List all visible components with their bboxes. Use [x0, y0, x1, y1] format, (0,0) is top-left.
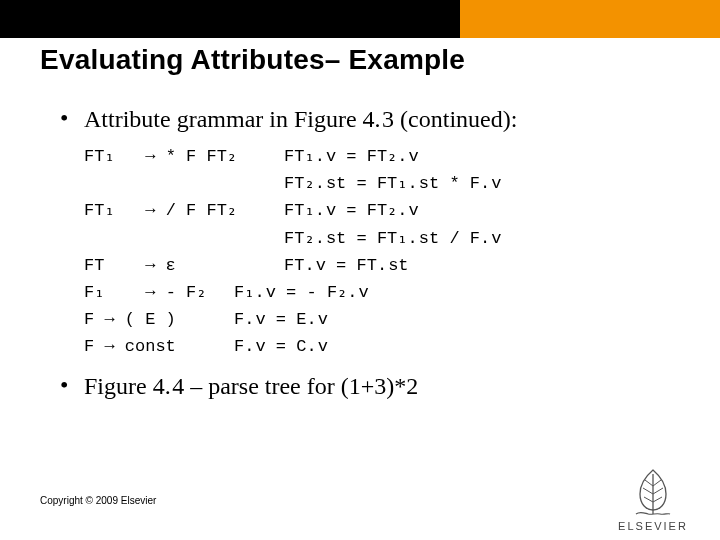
svg-line-2 — [645, 480, 653, 486]
grammar-block: FT₁ → * F FT₂ FT₁. v = FT₂. v FT₂. st = … — [84, 143, 680, 361]
header-orange-block — [460, 0, 720, 38]
grammar-lhs — [84, 225, 284, 252]
bullet-1-text: Attribute grammar in Figure 4. 3 (contin… — [84, 106, 680, 133]
grammar-row: FT → ε FT. v = FT. st — [84, 252, 680, 279]
grammar-lhs: F₁ → - F₂ — [84, 279, 234, 306]
grammar-rhs: FT₂. st = FT₁. st * F. v — [284, 170, 680, 197]
svg-line-6 — [644, 497, 653, 502]
grammar-lhs — [84, 170, 284, 197]
grammar-row: F → ( E ) F. v = E. v — [84, 306, 680, 333]
grammar-rhs: F. v = E. v — [234, 306, 680, 333]
grammar-rhs: FT₁. v = FT₂. v — [284, 197, 680, 224]
grammar-rhs: F₁. v = - F₂. v — [234, 279, 680, 306]
grammar-lhs: F → ( E ) — [84, 306, 234, 333]
grammar-lhs: FT → ε — [84, 252, 284, 279]
slide: Evaluating Attributes– Example • Attribu… — [0, 0, 720, 540]
grammar-row: FT₁ → / F FT₂ FT₁. v = FT₂. v — [84, 197, 680, 224]
bullet-1: • Attribute grammar in Figure 4. 3 (cont… — [60, 106, 680, 133]
elsevier-logo-text: ELSEVIER — [608, 520, 698, 532]
grammar-row: FT₁ → * F FT₂ FT₁. v = FT₂. v — [84, 143, 680, 170]
grammar-rhs: F. v = C. v — [234, 333, 680, 360]
grammar-lhs: FT₁ → * F FT₂ — [84, 143, 284, 170]
grammar-lhs: F → const — [84, 333, 234, 360]
copyright-text: Copyright © 2009 Elsevier — [40, 495, 156, 506]
svg-line-3 — [653, 480, 661, 486]
bullet-dot: • — [60, 106, 84, 130]
grammar-row: FT₂. st = FT₁. st * F. v — [84, 170, 680, 197]
bullet-2-text: Figure 4. 4 – parse tree for (1+3)*2 — [84, 373, 680, 400]
elsevier-logo: ELSEVIER — [608, 464, 698, 532]
page-title: Evaluating Attributes– Example — [40, 44, 465, 76]
grammar-row: FT₂. st = FT₁. st / F. v — [84, 225, 680, 252]
grammar-rhs: FT. v = FT. st — [284, 252, 680, 279]
content-area: • Attribute grammar in Figure 4. 3 (cont… — [60, 100, 680, 410]
bullet-dot: • — [60, 373, 84, 397]
grammar-row: F₁ → - F₂ F₁. v = - F₂. v — [84, 279, 680, 306]
grammar-lhs: FT₁ → / F FT₂ — [84, 197, 284, 224]
svg-line-4 — [643, 488, 653, 494]
grammar-rhs: FT₁. v = FT₂. v — [284, 143, 680, 170]
grammar-row: F → const F. v = C. v — [84, 333, 680, 360]
bullet-2: • Figure 4. 4 – parse tree for (1+3)*2 — [60, 373, 680, 400]
svg-line-5 — [653, 488, 663, 494]
tree-icon — [626, 464, 680, 518]
grammar-rhs: FT₂. st = FT₁. st / F. v — [284, 225, 680, 252]
svg-line-7 — [653, 497, 662, 502]
